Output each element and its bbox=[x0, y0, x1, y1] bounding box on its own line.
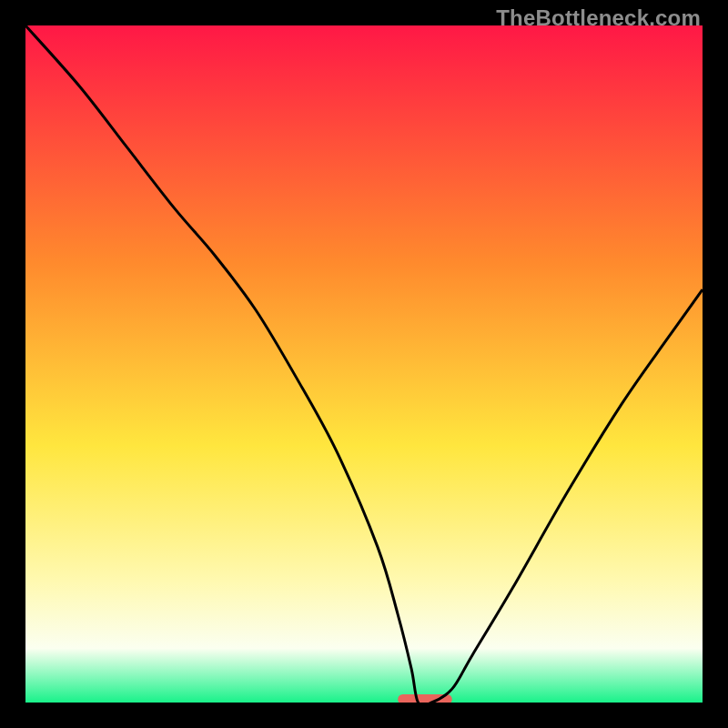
chart-frame bbox=[25, 25, 703, 703]
bottleneck-chart bbox=[25, 25, 703, 703]
watermark-text: TheBottleneck.com bbox=[496, 5, 701, 31]
gradient-background bbox=[25, 25, 703, 703]
